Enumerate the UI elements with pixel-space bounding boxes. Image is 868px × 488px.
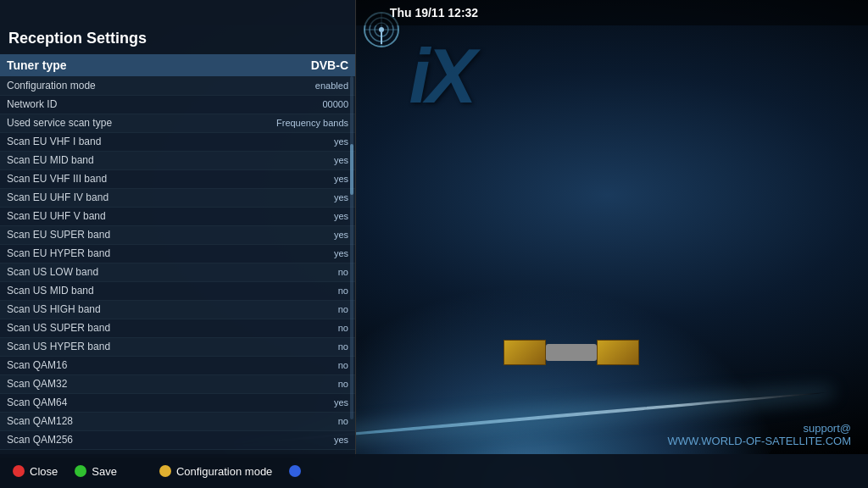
row-label: Scan US MID band — [0, 281, 206, 300]
table-row[interactable]: Configuration modeenabled — [0, 76, 355, 95]
bottom-bar: Close Save Configuration mode — [0, 454, 868, 488]
row-label: Configuration mode — [0, 76, 206, 95]
save-action[interactable]: Save — [75, 465, 117, 478]
table-row[interactable]: Scan EU MID bandyes — [0, 151, 355, 169]
table-row[interactable]: Network ID00000 — [0, 95, 355, 114]
row-value: enabled — [206, 76, 355, 95]
panel-title: Reception Settings — [0, 0, 355, 54]
table-row[interactable]: Tuner typeDVB-C — [0, 54, 355, 76]
table-row[interactable]: Scan QAM128no — [0, 412, 355, 430]
close-action[interactable]: Close — [13, 465, 58, 478]
row-label: Scan EU VHF I band — [0, 132, 206, 151]
settings-table: Tuner typeDVB-CConfiguration modeenabled… — [0, 54, 355, 450]
table-row[interactable]: Scan US HIGH bandno — [0, 300, 355, 319]
row-label: Scan EU UHF IV band — [0, 188, 206, 207]
row-label: Used service scan type — [0, 114, 206, 132]
blue-action[interactable] — [289, 465, 301, 477]
row-value: no — [206, 263, 355, 281]
close-label: Close — [30, 465, 58, 478]
row-value: yes — [206, 132, 355, 151]
settings-panel: Reception Settings Tuner typeDVB-CConfig… — [0, 0, 356, 458]
table-row[interactable]: Scan US SUPER bandno — [0, 319, 355, 337]
row-value: yes — [206, 169, 355, 188]
table-row[interactable]: Scan EU HYPER bandyes — [0, 244, 355, 263]
table-row[interactable]: Scan US MID bandno — [0, 281, 355, 300]
row-value: yes — [206, 244, 355, 263]
space-station — [504, 319, 639, 386]
row-value: no — [206, 281, 355, 300]
table-row[interactable]: Scan QAM64yes — [0, 393, 355, 412]
row-value: yes — [206, 151, 355, 169]
table-row[interactable]: Used service scan typeFrequency bands — [0, 114, 355, 132]
row-label: Scan US HYPER band — [0, 337, 206, 356]
scrollbar[interactable] — [350, 76, 353, 419]
scroll-thumb[interactable] — [350, 144, 353, 195]
datetime-display: Thu 19/11 12:32 — [390, 6, 478, 19]
row-label: Scan US LOW band — [0, 263, 206, 281]
logo-area: iX — [356, 25, 526, 127]
red-button[interactable] — [13, 465, 25, 477]
row-value: no — [206, 412, 355, 430]
table-row[interactable]: Scan EU UHF IV bandyes — [0, 188, 355, 207]
row-label: Scan QAM32 — [0, 374, 206, 393]
config-label: Configuration mode — [176, 465, 272, 478]
row-label: Scan US SUPER band — [0, 319, 206, 337]
table-row[interactable]: Scan EU VHF I bandyes — [0, 132, 355, 151]
table-row[interactable]: Scan EU UHF V bandyes — [0, 207, 355, 225]
save-label: Save — [92, 465, 117, 478]
row-value: yes — [206, 225, 355, 244]
table-row[interactable]: Scan QAM32no — [0, 374, 355, 393]
row-label: Scan EU SUPER band — [0, 225, 206, 244]
row-label: Scan QAM256 — [0, 430, 206, 449]
row-label: Scan EU VHF III band — [0, 169, 206, 188]
support-email: support@ — [668, 422, 851, 435]
config-action[interactable]: Configuration mode — [159, 465, 272, 478]
row-value: 00000 — [206, 95, 355, 114]
blue-button[interactable] — [289, 465, 301, 477]
row-value: yes — [206, 430, 355, 449]
row-value: Frequency bands — [206, 114, 355, 132]
row-value: yes — [206, 393, 355, 412]
green-button[interactable] — [75, 465, 86, 477]
row-value: no — [206, 337, 355, 356]
row-value: yes — [206, 207, 355, 225]
row-value: no — [206, 319, 355, 337]
table-row[interactable]: Scan QAM16no — [0, 356, 355, 374]
svg-point-5 — [379, 27, 384, 32]
support-info: support@ WWW.WORLD-OF-SATELLITE.COM — [668, 422, 851, 447]
table-row[interactable]: Scan US HYPER bandno — [0, 337, 355, 356]
row-label: Scan EU MID band — [0, 151, 206, 169]
table-row[interactable]: Scan EU VHF III bandyes — [0, 169, 355, 188]
table-row[interactable]: Scan US LOW bandno — [0, 263, 355, 281]
row-label: Scan US HIGH band — [0, 300, 206, 319]
row-value: yes — [206, 188, 355, 207]
row-label: Scan QAM16 — [0, 356, 206, 374]
row-value: no — [206, 374, 355, 393]
row-label: Scan EU HYPER band — [0, 244, 206, 263]
row-value: no — [206, 300, 355, 319]
table-row[interactable]: Scan QAM256yes — [0, 430, 355, 449]
row-label: Tuner type — [0, 54, 206, 76]
row-label: Scan QAM64 — [0, 393, 206, 412]
table-row[interactable]: Scan EU SUPER bandyes — [0, 225, 355, 244]
logo-text: iX — [409, 33, 472, 120]
row-label: Scan QAM128 — [0, 412, 206, 430]
row-value: DVB-C — [206, 54, 355, 76]
row-value: no — [206, 356, 355, 374]
row-label: Network ID — [0, 95, 206, 114]
row-label: Scan EU UHF V band — [0, 207, 206, 225]
support-url: WWW.WORLD-OF-SATELLITE.COM — [668, 435, 851, 447]
yellow-button[interactable] — [159, 465, 171, 477]
